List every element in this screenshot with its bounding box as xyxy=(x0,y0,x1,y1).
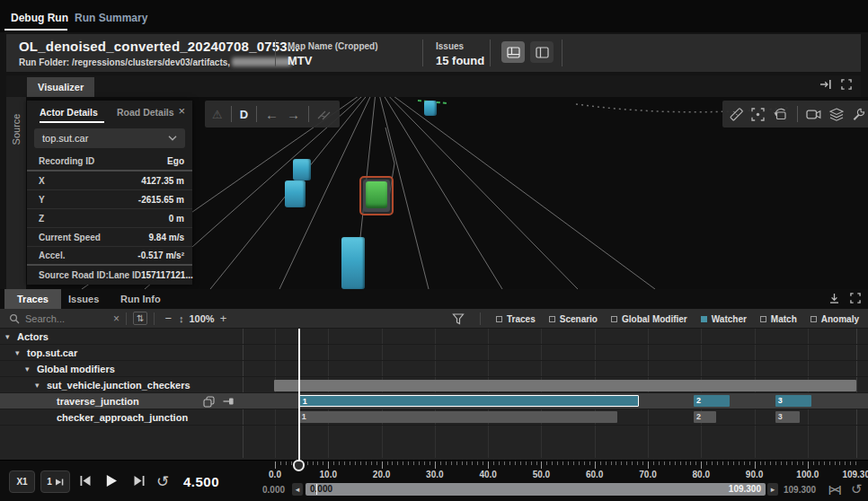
pin-icon[interactable] xyxy=(223,396,235,407)
ruler-tick xyxy=(765,461,766,465)
tab-run-info[interactable]: Run Info xyxy=(108,289,173,309)
timeline-bar-traverse_junction-2[interactable]: 2 xyxy=(694,395,730,407)
legend-item-anomaly[interactable]: Anomaly xyxy=(810,314,859,324)
expand-arrow-icon[interactable]: ▾ xyxy=(35,377,40,393)
video-camera-icon[interactable] xyxy=(806,109,821,120)
play-button[interactable] xyxy=(105,474,118,488)
expand-arrow-icon[interactable]: ▾ xyxy=(25,361,30,377)
tree-row-top.sut.car[interactable]: ▾top.sut.car xyxy=(0,345,868,361)
vehicle-blue-left-2[interactable] xyxy=(285,180,306,207)
actor-selector-dropdown[interactable]: top.sut.car xyxy=(34,128,185,148)
timeline-bar-checker_approach_junction-3[interactable]: 3 xyxy=(775,411,800,423)
fit-vertical-icon[interactable]: ↕ xyxy=(175,313,188,324)
timeline-bar-checker_approach_junction-1[interactable]: 1 xyxy=(299,411,617,423)
vehicle-blue-near[interactable] xyxy=(341,237,365,289)
reset-zoom-icon[interactable]: ↺ xyxy=(851,481,863,497)
legend-item-traces[interactable]: Traces xyxy=(496,314,536,324)
legend-checkbox[interactable] xyxy=(611,316,617,322)
tree-row-Actors[interactable]: ▾Actors xyxy=(0,329,868,345)
step-size-button[interactable]: 1 xyxy=(40,470,70,493)
skip-to-start-button[interactable] xyxy=(79,475,92,487)
time-ruler[interactable]: 0.010.020.030.040.050.060.070.080.090.01… xyxy=(261,461,868,480)
fullscreen-icon[interactable] xyxy=(850,293,861,304)
skip-to-end-button[interactable] xyxy=(133,475,146,487)
scroll-right-icon[interactable]: ▸ xyxy=(767,483,778,496)
step-back-icon[interactable]: ← xyxy=(265,107,279,122)
tab-issues[interactable]: Issues xyxy=(56,289,111,309)
ego-vehicle-green[interactable] xyxy=(366,181,387,208)
ruler-tick xyxy=(621,461,622,465)
source-strip[interactable]: Source xyxy=(6,97,26,289)
legend-checkbox[interactable] xyxy=(760,316,766,322)
tab-traces[interactable]: Traces xyxy=(4,289,61,309)
replay-icon[interactable]: ↺ xyxy=(156,472,169,491)
timeline-bar-checker_approach_junction-2[interactable]: 2 xyxy=(694,411,716,423)
tab-run-summary[interactable]: Run Summary xyxy=(75,12,147,24)
timeline-bar-traverse_junction-1[interactable]: 1 xyxy=(299,395,639,407)
ruler-tick xyxy=(526,461,527,465)
ruler-tick xyxy=(499,461,500,465)
vehicle-blue-far[interactable] xyxy=(424,101,437,116)
tree-row-sut_vehicle.junction_checkers[interactable]: ▾sut_vehicle.junction_checkers xyxy=(0,377,868,393)
actor-field-row: Current Speed9.84 m/s xyxy=(27,228,192,247)
actor-selector-value: top.sut.car xyxy=(42,133,88,144)
field-label: Y xyxy=(39,195,45,205)
ruler-tick xyxy=(488,461,489,469)
warning-icon[interactable]: ⚠ xyxy=(212,108,223,121)
expand-arrow-icon[interactable]: ▾ xyxy=(5,329,10,345)
timeline-bar-traverse_junction-3[interactable]: 3 xyxy=(775,395,811,407)
vehicle-blue-left-1[interactable] xyxy=(293,159,311,180)
detail-mode-button[interactable]: D xyxy=(240,108,248,121)
playhead-handle[interactable] xyxy=(293,460,305,471)
search-input[interactable] xyxy=(25,313,108,324)
tree-row-Global modifiers[interactable]: ▾Global modifiers xyxy=(0,361,868,377)
step-forward-icon[interactable]: → xyxy=(287,107,300,122)
zoom-out-button[interactable]: − xyxy=(161,312,175,325)
legend-item-global-modifier[interactable]: Global Modifier xyxy=(611,314,687,324)
group-span-bar[interactable] xyxy=(274,380,856,391)
tab-debug-run[interactable]: Debug Run xyxy=(11,12,68,24)
focus-target-icon[interactable] xyxy=(751,108,765,121)
road-overlay-icon[interactable] xyxy=(317,109,332,120)
timeline-scrollbar[interactable]: 0.000 109.300 xyxy=(306,483,766,496)
close-icon[interactable]: × xyxy=(178,104,185,118)
tab-actor-details[interactable]: Actor Details xyxy=(40,107,98,118)
layout-split-vertical-button[interactable] xyxy=(530,41,554,63)
legend-checkbox[interactable] xyxy=(701,316,707,322)
legend-item-scenario[interactable]: Scenario xyxy=(549,314,598,324)
playhead-line[interactable] xyxy=(298,329,300,461)
legend-checkbox[interactable] xyxy=(810,316,817,322)
zoom-level: 100% xyxy=(188,313,217,324)
camera-reset-icon[interactable] xyxy=(773,108,789,121)
legend-item-match[interactable]: Match xyxy=(760,314,797,324)
fit-range-icon[interactable]: |><| xyxy=(828,485,840,495)
ruler-tick xyxy=(589,461,590,465)
tab-road-details[interactable]: Road Details xyxy=(117,107,174,118)
zoom-in-button[interactable]: + xyxy=(217,312,231,325)
tree-row-checker_approach_junction[interactable]: checker_approach_junction123 xyxy=(0,409,868,426)
ruler-tick xyxy=(440,461,441,465)
copy-icon[interactable] xyxy=(203,396,215,408)
clear-search-icon[interactable]: × xyxy=(113,312,120,325)
layout-split-horizontal-button[interactable] xyxy=(501,41,525,63)
legend-item-watcher[interactable]: Watcher xyxy=(701,314,747,324)
filter-icon[interactable] xyxy=(452,313,465,325)
playback-speed-button[interactable]: X1 xyxy=(9,470,35,493)
expand-arrow-icon[interactable]: ▾ xyxy=(15,345,20,361)
fullscreen-icon[interactable] xyxy=(841,79,852,90)
ruler-tick-label: 50.0 xyxy=(533,470,550,479)
scroll-left-icon[interactable]: ◂ xyxy=(292,483,303,496)
ruler-tick xyxy=(307,461,308,465)
layers-icon[interactable] xyxy=(829,108,844,121)
legend-checkbox[interactable] xyxy=(496,316,502,322)
collapse-all-button[interactable]: ⇅ xyxy=(133,312,147,325)
collapse-right-icon[interactable] xyxy=(819,79,832,90)
ruler-tick xyxy=(813,461,814,465)
tree-row-traverse_junction[interactable]: traverse_junction123 xyxy=(0,393,868,409)
wrench-icon[interactable] xyxy=(852,108,865,121)
legend-checkbox[interactable] xyxy=(549,316,555,322)
header-divider xyxy=(562,40,562,66)
download-icon[interactable] xyxy=(828,293,840,304)
measure-icon[interactable] xyxy=(730,108,743,121)
tab-visualizer[interactable]: Visualizer xyxy=(27,77,94,97)
